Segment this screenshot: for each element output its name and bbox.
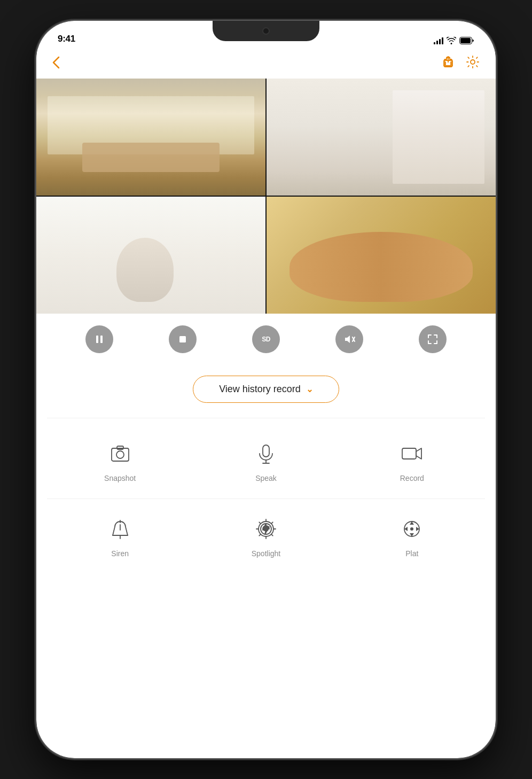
pause-button[interactable] (85, 325, 113, 353)
svg-rect-5 (100, 336, 103, 343)
camera-grid (36, 79, 496, 314)
notch (213, 21, 319, 41)
svg-rect-6 (179, 336, 186, 342)
spotlight-label: Spotlight (252, 549, 280, 558)
camera-feed-4[interactable] (267, 197, 496, 314)
camera-feed-3[interactable] (36, 197, 265, 314)
phone-body: 9:41 (36, 21, 496, 758)
phone-screen: 9:41 (36, 21, 496, 758)
status-icons (434, 37, 474, 44)
sd-label: SD (262, 336, 270, 343)
svg-point-3 (471, 60, 475, 64)
nav-bar (36, 49, 496, 79)
siren-button[interactable]: Siren (47, 504, 193, 568)
camera-feed-2[interactable] (267, 79, 496, 196)
record-button[interactable]: Record (339, 429, 485, 493)
spotlight-icon (252, 515, 280, 543)
svg-point-23 (410, 527, 413, 531)
svg-rect-13 (263, 445, 269, 457)
settings-button[interactable] (466, 55, 480, 72)
status-time: 9:41 (58, 34, 75, 44)
camera-feed-1[interactable] (36, 79, 265, 196)
ptz-button[interactable]: Plat (339, 504, 485, 568)
chevron-down-icon: ⌄ (306, 384, 313, 394)
svg-rect-4 (96, 336, 98, 343)
record-icon (398, 440, 426, 468)
svg-rect-16 (402, 448, 416, 459)
history-btn-text: View history record (219, 384, 301, 395)
signal-icon (434, 37, 443, 44)
speak-icon (252, 440, 280, 468)
nav-actions (441, 55, 480, 72)
wifi-icon (447, 37, 456, 44)
back-button[interactable] (52, 56, 60, 71)
svg-rect-1 (460, 38, 471, 43)
mute-button[interactable] (335, 325, 363, 353)
snapshot-label: Snapshot (104, 474, 136, 482)
svg-rect-12 (117, 446, 123, 449)
siren-icon (106, 515, 134, 543)
stop-button[interactable] (169, 325, 197, 353)
spotlight-button[interactable]: Spotlight (193, 504, 339, 568)
actions-grid-secondary: Siren Spot (36, 499, 496, 579)
snapshot-icon (106, 440, 134, 468)
view-history-button[interactable]: View history record ⌄ (193, 376, 339, 403)
battery-icon (459, 37, 474, 44)
phone-frame: 9:41 (0, 0, 532, 779)
svg-point-11 (118, 453, 122, 457)
snapshot-button[interactable]: Snapshot (47, 429, 193, 493)
actions-grid-primary: Snapshot Speak (36, 418, 496, 498)
sd-button[interactable]: SD (252, 325, 280, 353)
siren-label: Siren (111, 549, 129, 558)
ptz-icon (398, 515, 426, 543)
notch-camera (262, 27, 270, 35)
fullscreen-button[interactable] (419, 325, 447, 353)
share-button[interactable] (441, 55, 455, 72)
history-section: View history record ⌄ (36, 365, 496, 418)
ptz-label: Plat (405, 549, 418, 558)
record-label: Record (400, 474, 424, 482)
speak-label: Speak (255, 474, 277, 482)
speak-button[interactable]: Speak (193, 429, 339, 493)
controls-row: SD (36, 314, 496, 365)
